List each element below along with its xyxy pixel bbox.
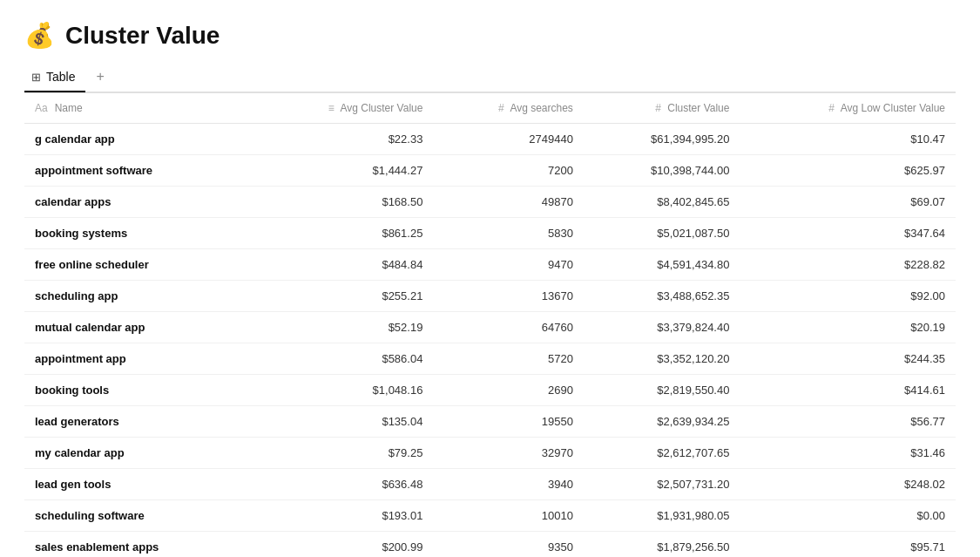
table-row: appointment software$1,444.277200$10,398…: [24, 155, 956, 187]
cell-name: booking systems: [24, 218, 252, 249]
cell-name: mutual calendar app: [24, 312, 252, 343]
cell-name: appointment app: [24, 343, 252, 375]
cell-avg_searches: 3940: [433, 469, 583, 500]
col-header-avg-low-cluster-value: # Avg Low Cluster Value: [740, 93, 956, 124]
cell-cluster_value: $5,021,087.50: [584, 218, 740, 249]
cell-cluster_value: $2,819,550.40: [584, 375, 740, 406]
cell-avg_searches: 9350: [433, 532, 583, 558]
col-header-avg-low-cluster-value-label: Avg Low Cluster Value: [841, 102, 945, 114]
cell-avg_low_cluster_value: $95.71: [740, 532, 956, 558]
table-row: g calendar app$22.332749440$61,394,995.2…: [24, 124, 956, 155]
cell-avg_cluster_value: $586.04: [252, 343, 433, 375]
col-header-cluster-value: # Cluster Value: [584, 93, 740, 124]
cell-avg_cluster_value: $484.84: [252, 249, 433, 281]
data-table: Aa Name ≡ Avg Cluster Value # Avg search…: [24, 93, 956, 557]
cell-name: sales enablement apps: [24, 532, 252, 558]
cell-avg_cluster_value: $79.25: [252, 438, 433, 469]
table-row: my calendar app$79.2532970$2,612,707.65$…: [24, 438, 956, 469]
tab-add-button[interactable]: +: [89, 64, 111, 93]
cell-cluster_value: $2,507,731.20: [584, 469, 740, 500]
table-row: calendar apps$168.5049870$8,402,845.65$6…: [24, 187, 956, 218]
cell-name: lead gen tools: [24, 469, 252, 500]
table-row: mutual calendar app$52.1964760$3,379,824…: [24, 312, 956, 343]
cell-avg_cluster_value: $168.50: [252, 187, 433, 218]
cell-name: g calendar app: [24, 124, 252, 155]
cell-cluster_value: $1,931,980.05: [584, 500, 740, 532]
cell-avg_low_cluster_value: $248.02: [740, 469, 956, 500]
cell-avg_low_cluster_value: $625.97: [740, 155, 956, 187]
cell-avg_low_cluster_value: $347.64: [740, 218, 956, 249]
cell-avg_searches: 32970: [433, 438, 583, 469]
cell-avg_low_cluster_value: $56.77: [740, 406, 956, 438]
col-header-name-label: Name: [55, 102, 83, 114]
table-row: booking systems$861.255830$5,021,087.50$…: [24, 218, 956, 249]
cell-name: scheduling software: [24, 500, 252, 532]
table-body: g calendar app$22.332749440$61,394,995.2…: [24, 124, 956, 558]
cell-avg_cluster_value: $22.33: [252, 124, 433, 155]
col-header-avg-searches: # Avg searches: [433, 93, 583, 124]
col-header-cluster-value-label: Cluster Value: [667, 102, 729, 114]
cell-avg_searches: 10010: [433, 500, 583, 532]
cell-avg_searches: 2749440: [433, 124, 583, 155]
cell-avg_searches: 2690: [433, 375, 583, 406]
cell-avg_cluster_value: $200.99: [252, 532, 433, 558]
page-container: 💰 Cluster Value ⊞ Table + Aa Name ≡ Avg …: [0, 0, 980, 557]
col-header-avg-cluster-value-label: Avg Cluster Value: [340, 102, 422, 114]
table-row: lead generators$135.0419550$2,639,934.25…: [24, 406, 956, 438]
col-header-name: Aa Name: [24, 93, 252, 124]
cell-cluster_value: $4,591,434.80: [584, 249, 740, 281]
table-row: lead gen tools$636.483940$2,507,731.20$2…: [24, 469, 956, 500]
money-bag-icon: 💰: [24, 21, 55, 50]
cell-avg_searches: 49870: [433, 187, 583, 218]
cell-avg_searches: 19550: [433, 406, 583, 438]
hash-icon-3: #: [828, 102, 835, 114]
cell-avg_low_cluster_value: $20.19: [740, 312, 956, 343]
table-row: scheduling software$193.0110010$1,931,98…: [24, 500, 956, 532]
cell-avg_low_cluster_value: $92.00: [740, 281, 956, 312]
cell-avg_low_cluster_value: $31.46: [740, 438, 956, 469]
col-header-avg-cluster-value: ≡ Avg Cluster Value: [252, 93, 433, 124]
cell-avg_searches: 13670: [433, 281, 583, 312]
cell-avg_cluster_value: $255.21: [252, 281, 433, 312]
table-row: scheduling app$255.2113670$3,488,652.35$…: [24, 281, 956, 312]
cell-cluster_value: $3,379,824.40: [584, 312, 740, 343]
cell-name: booking tools: [24, 375, 252, 406]
cell-name: appointment software: [24, 155, 252, 187]
cell-avg_searches: 7200: [433, 155, 583, 187]
menu-icon: ≡: [328, 102, 335, 114]
cell-cluster_value: $61,394,995.20: [584, 124, 740, 155]
col-header-avg-searches-label: Avg searches: [510, 102, 573, 114]
cell-avg_searches: 64760: [433, 312, 583, 343]
cell-avg_cluster_value: $1,048.16: [252, 375, 433, 406]
cell-name: scheduling app: [24, 281, 252, 312]
cell-avg_low_cluster_value: $244.35: [740, 343, 956, 375]
tab-bar: ⊞ Table +: [24, 64, 956, 93]
cell-avg_low_cluster_value: $414.61: [740, 375, 956, 406]
hash-icon-1: #: [498, 102, 504, 114]
cell-avg_searches: 5720: [433, 343, 583, 375]
cell-avg_cluster_value: $1,444.27: [252, 155, 433, 187]
cell-cluster_value: $8,402,845.65: [584, 187, 740, 218]
tab-table[interactable]: ⊞ Table: [24, 65, 85, 92]
cell-name: calendar apps: [24, 187, 252, 218]
cell-avg_cluster_value: $636.48: [252, 469, 433, 500]
cell-avg_low_cluster_value: $0.00: [740, 500, 956, 532]
table-icon: ⊞: [31, 71, 41, 84]
cell-avg_searches: 5830: [433, 218, 583, 249]
table-row: sales enablement apps$200.999350$1,879,2…: [24, 532, 956, 558]
cell-cluster_value: $10,398,744.00: [584, 155, 740, 187]
cell-cluster_value: $2,639,934.25: [584, 406, 740, 438]
table-row: booking tools$1,048.162690$2,819,550.40$…: [24, 375, 956, 406]
cell-name: lead generators: [24, 406, 252, 438]
table-row: free online scheduler$484.849470$4,591,4…: [24, 249, 956, 281]
cell-avg_low_cluster_value: $69.07: [740, 187, 956, 218]
cell-avg_cluster_value: $135.04: [252, 406, 433, 438]
cell-avg_cluster_value: $861.25: [252, 218, 433, 249]
cell-cluster_value: $1,879,256.50: [584, 532, 740, 558]
table-header-row: Aa Name ≡ Avg Cluster Value # Avg search…: [24, 93, 956, 124]
cell-avg_low_cluster_value: $10.47: [740, 124, 956, 155]
tab-table-label: Table: [46, 70, 75, 84]
cell-name: my calendar app: [24, 438, 252, 469]
table-row: appointment app$586.045720$3,352,120.20$…: [24, 343, 956, 375]
cell-cluster_value: $3,488,652.35: [584, 281, 740, 312]
